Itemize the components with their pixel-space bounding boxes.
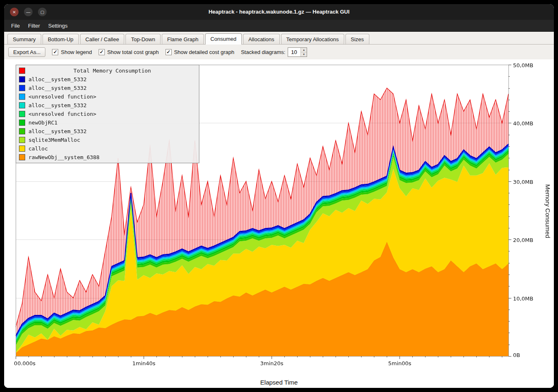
- tab-top-down[interactable]: Top-Down: [125, 34, 161, 44]
- menu-file[interactable]: File: [7, 21, 24, 31]
- titlebar[interactable]: ✕—▢ Heaptrack - heaptrack.wakunode.1.gz …: [4, 4, 554, 20]
- legend-item: sqlite3MemMalloc: [18, 136, 197, 144]
- legend-label: alloc__system_5332: [28, 85, 87, 91]
- legend-label: calloc: [28, 146, 48, 152]
- spinbox-value[interactable]: 10: [288, 48, 300, 56]
- tab-sizes[interactable]: Sizes: [345, 34, 369, 44]
- tab-bottom-up[interactable]: Bottom-Up: [43, 34, 79, 44]
- legend-label: newObjRC1: [28, 120, 57, 126]
- legend-item: calloc: [18, 144, 197, 153]
- spinbox-down-button[interactable]: ▼: [301, 52, 307, 56]
- window-controls: ✕—▢: [10, 8, 47, 16]
- tab-bar: SummaryBottom-UpCaller / CalleeTop-DownF…: [4, 32, 554, 45]
- legend-swatch: [19, 146, 25, 152]
- checkbox-group: ✓Show legend✓Show total cost graph✓Show …: [52, 49, 234, 55]
- legend-item: rawNewObj__system_6388: [18, 153, 197, 162]
- legend-title-swatch: [19, 68, 25, 74]
- menu-settings[interactable]: Settings: [45, 21, 71, 31]
- toolbar: Export As... ✓Show legend✓Show total cos…: [4, 45, 554, 59]
- tab-flame-graph[interactable]: Flame Graph: [162, 34, 204, 44]
- stacked-diagrams-label: Stacked diagrams:: [241, 49, 286, 55]
- legend-label: rawNewObj__system_6388: [28, 154, 99, 160]
- checkbox-show-legend-box[interactable]: ✓: [52, 49, 58, 55]
- memory-consumption-chart: Total Memory Consumptionalloc__system_53…: [4, 59, 554, 388]
- tab-temporary-allocations[interactable]: Temporary Allocations: [281, 34, 344, 44]
- spinbox-up-button[interactable]: ▲: [301, 48, 307, 52]
- menu-filter[interactable]: Filter: [24, 21, 44, 31]
- legend-swatch: [19, 137, 25, 143]
- spinbox-buttons: ▲ ▼: [300, 48, 307, 56]
- tab-summary[interactable]: Summary: [7, 34, 41, 44]
- legend-label: <unresolved function>: [28, 111, 96, 117]
- legend-title-row: Total Memory Consumption: [18, 66, 197, 75]
- legend-item: newObjRC1: [18, 118, 197, 127]
- stacked-diagrams-spinbox[interactable]: 10 ▲ ▼: [288, 47, 307, 57]
- y-axis-title: Memory Consumed: [544, 184, 551, 238]
- checkbox-show-legend[interactable]: ✓Show legend: [52, 49, 92, 55]
- legend-swatch: [19, 120, 25, 126]
- checkbox-show-detailed-cost-graph-label: Show detailed cost graph: [174, 49, 234, 55]
- maximize-button[interactable]: ▢: [38, 8, 47, 16]
- legend-item: alloc__system_5332: [18, 75, 197, 84]
- legend-label: <unresolved function>: [28, 94, 96, 100]
- legend-swatch: [19, 128, 25, 134]
- export-as-button[interactable]: Export As...: [8, 47, 45, 57]
- checkbox-show-total-cost-graph-box[interactable]: ✓: [99, 49, 105, 55]
- close-button[interactable]: ✕: [10, 8, 19, 16]
- legend-swatch: [19, 76, 25, 82]
- menubar: FileFilterSettings: [4, 20, 554, 32]
- checkbox-show-total-cost-graph-label: Show total cost graph: [107, 49, 159, 55]
- heaptrack-window: ✕—▢ Heaptrack - heaptrack.wakunode.1.gz …: [4, 4, 554, 388]
- chart-legend: Total Memory Consumptionalloc__system_53…: [16, 65, 199, 163]
- checkbox-show-total-cost-graph[interactable]: ✓Show total cost graph: [99, 49, 159, 55]
- tab-allocations[interactable]: Allocations: [243, 34, 280, 44]
- x-axis-title: Elapsed Time: [4, 376, 554, 388]
- legend-swatch: [19, 111, 25, 117]
- legend-label: alloc__system_5332: [28, 76, 87, 82]
- legend-label: sqlite3MemMalloc: [28, 137, 80, 143]
- legend-swatch: [19, 102, 25, 108]
- legend-swatch: [19, 154, 25, 160]
- legend-item: alloc__system_5332: [18, 101, 197, 110]
- legend-item: <unresolved function>: [18, 92, 197, 101]
- legend-label: alloc__system_5332: [28, 128, 87, 134]
- legend-title: Total Memory Consumption: [28, 68, 196, 74]
- minimize-button[interactable]: —: [24, 8, 33, 16]
- legend-swatch: [19, 85, 25, 91]
- legend-item: <unresolved function>: [18, 110, 197, 118]
- checkbox-show-legend-label: Show legend: [61, 49, 92, 55]
- checkbox-show-detailed-cost-graph[interactable]: ✓Show detailed cost graph: [166, 49, 234, 55]
- legend-item: alloc__system_5332: [18, 84, 197, 92]
- legend-label: alloc__system_5332: [28, 102, 87, 108]
- checkbox-show-detailed-cost-graph-box[interactable]: ✓: [166, 49, 172, 55]
- window-title: Heaptrack - heaptrack.wakunode.1.gz — He…: [4, 4, 554, 20]
- legend-item: alloc__system_5332: [18, 127, 197, 136]
- tab-consumed[interactable]: Consumed: [205, 33, 242, 45]
- legend-swatch: [19, 94, 25, 100]
- tab-caller-callee[interactable]: Caller / Callee: [80, 34, 125, 44]
